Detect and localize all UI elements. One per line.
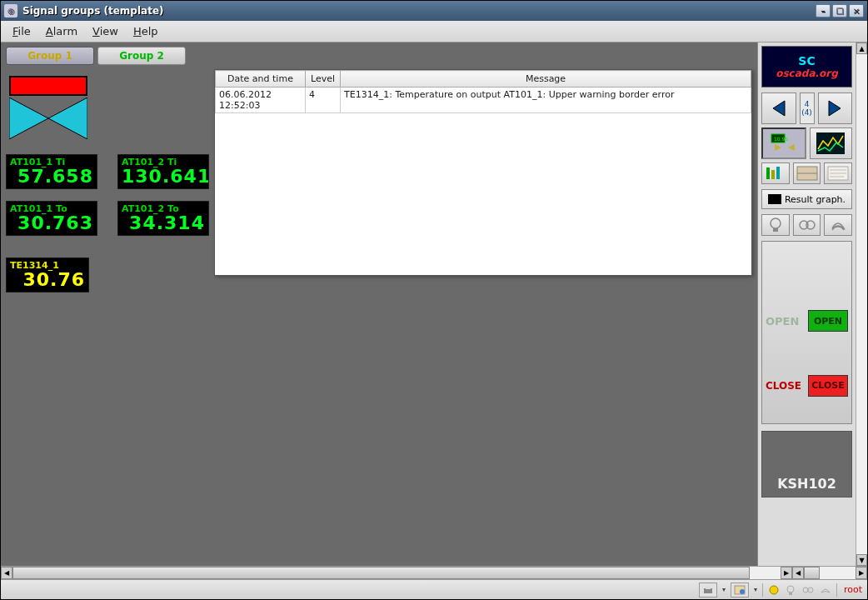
close-label: CLOSE — [766, 380, 801, 392]
scroll-down-icon[interactable]: ▼ — [856, 554, 867, 566]
valve-control-panel: OPEN OPEN CLOSE CLOSE — [761, 241, 852, 424]
scroll-left-icon[interactable]: ◀ — [1, 567, 12, 579]
open-button[interactable]: OPEN — [808, 310, 848, 332]
menu-view[interactable]: View — [86, 23, 125, 39]
signal-value: 30.763 — [10, 214, 93, 232]
signal-at101-1-ti[interactable]: AT101_1 Ti 57.658 — [6, 154, 97, 189]
svg-point-31 — [808, 588, 813, 592]
svg-point-28 — [787, 586, 794, 592]
status-bulb-icon — [785, 584, 796, 596]
svg-rect-20 — [773, 228, 778, 232]
signals-column: AT101_1 Ti 57.658 AT101_2 Ti 130.641 AT1… — [6, 69, 209, 561]
signal-value: 34.314 — [122, 214, 205, 232]
panel-btn-1[interactable] — [761, 162, 790, 184]
svg-rect-29 — [789, 592, 792, 595]
status-light-yellow-icon — [768, 584, 780, 596]
svg-point-27 — [770, 586, 778, 594]
signal-at101-2-ti[interactable]: AT101_2 Ti 130.641 — [117, 154, 209, 189]
titlebar: ◎ Signal groups (template) – ☐ ✕ — [1, 1, 867, 21]
svg-marker-6 — [775, 144, 781, 151]
table-row[interactable]: 06.06.2012 12:52:03 4 TE1314_1: Temperat… — [216, 88, 751, 113]
light-btn-2[interactable] — [793, 214, 821, 236]
app-window: ◎ Signal groups (template) – ☐ ✕ File Al… — [0, 0, 868, 600]
nav-next-button[interactable] — [818, 92, 853, 124]
svg-rect-9 — [766, 168, 770, 179]
svg-rect-18 — [768, 194, 781, 204]
cell-message: TE1314_1: Temperature on output AT101_1:… — [341, 88, 751, 113]
svg-rect-24 — [706, 586, 711, 589]
light-btn-3[interactable] — [824, 214, 852, 236]
menu-file[interactable]: File — [6, 23, 37, 39]
status-horn-icon — [820, 585, 831, 595]
signal-at101-1-to[interactable]: AT101_1 To 30.763 — [6, 201, 97, 236]
content-row: AT101_1 Ti 57.658 AT101_2 Ti 130.641 AT1… — [1, 69, 757, 566]
messages-column: Date and time Level Message 06.06.2012 1… — [214, 69, 752, 561]
col-datetime[interactable]: Date and time — [216, 71, 306, 88]
svg-marker-7 — [788, 144, 795, 151]
signal-te1314-1[interactable]: TE1314_1 30.76 — [6, 258, 89, 292]
svg-marker-3 — [829, 101, 841, 116]
col-message[interactable]: Message — [341, 71, 751, 88]
scroll-up-icon[interactable]: ▲ — [856, 42, 867, 54]
mode-graph-button[interactable] — [810, 128, 853, 159]
panel-btn-2[interactable] — [793, 162, 821, 184]
tab-group-2[interactable]: Group 2 — [97, 47, 186, 65]
signal-value: 130.641 — [122, 168, 205, 186]
svg-rect-10 — [771, 170, 775, 179]
window-title: Signal groups (template) — [22, 5, 816, 17]
export-icon[interactable] — [731, 582, 749, 598]
tab-group-1[interactable]: Group 1 — [6, 47, 94, 65]
mode-mnemo-button[interactable]: 10.95 — [761, 128, 806, 159]
scroll-right-icon[interactable]: ▶ — [781, 567, 792, 579]
svg-point-30 — [803, 588, 808, 592]
side-scroll-right-icon[interactable]: ▶ — [856, 567, 867, 579]
print-icon[interactable] — [699, 582, 717, 598]
signal-value: 57.658 — [10, 168, 93, 186]
svg-point-26 — [740, 589, 745, 594]
status-link-icon — [801, 585, 815, 595]
signal-at101-2-to[interactable]: AT101_2 To 34.314 — [117, 201, 209, 236]
light-btn-1[interactable] — [761, 214, 790, 236]
svg-marker-1 — [48, 98, 87, 139]
nav-prev-button[interactable] — [761, 92, 796, 124]
vertical-scrollbar[interactable]: ▲ ▼ — [856, 42, 867, 566]
menu-help[interactable]: Help — [127, 23, 165, 39]
menu-alarm[interactable]: Alarm — [39, 23, 84, 39]
svg-rect-11 — [776, 167, 780, 179]
panel-btn-3[interactable] — [824, 162, 852, 184]
close-button[interactable]: CLOSE — [808, 375, 848, 397]
app-icon: ◎ — [4, 4, 17, 18]
menu-bar: File Alarm View Help — [1, 21, 867, 42]
workspace: Group 1 Group 2 — [1, 42, 757, 566]
status-bar: ▾ ▾ root — [1, 579, 867, 599]
messages-table: Date and time Level Message 06.06.2012 1… — [214, 69, 752, 276]
status-user: root — [842, 584, 864, 595]
oscada-logo: SC oscada.org — [761, 46, 852, 88]
col-level[interactable]: Level — [306, 71, 341, 88]
close-window-button[interactable]: ✕ — [849, 4, 864, 18]
svg-text:10.95: 10.95 — [774, 136, 788, 142]
svg-rect-8 — [816, 132, 845, 154]
result-graph-button[interactable]: Result graph. — [761, 189, 852, 209]
alarm-indicator — [9, 76, 87, 96]
horizontal-scrollbar[interactable]: ◀ ▶ ◀ ▶ — [1, 566, 867, 579]
cell-datetime: 06.06.2012 12:52:03 — [216, 88, 306, 113]
open-label: OPEN — [766, 315, 799, 328]
nav-counter: 4 (4) — [800, 92, 815, 124]
group-tabs: Group 1 Group 2 — [1, 42, 757, 69]
valve-icon[interactable] — [9, 98, 87, 139]
cell-level: 4 — [306, 88, 341, 113]
main-layout: Group 1 Group 2 — [1, 42, 867, 566]
maximize-button[interactable]: ☐ — [832, 4, 847, 18]
svg-marker-2 — [773, 101, 785, 116]
svg-point-19 — [771, 218, 781, 228]
right-sidebar: SC oscada.org 4 (4) 10.95 — [757, 42, 856, 566]
svg-marker-0 — [9, 98, 48, 139]
device-name-panel: KSH102 — [761, 431, 852, 498]
signal-value: 30.76 — [10, 271, 85, 289]
minimize-button[interactable]: – — [816, 4, 831, 18]
side-scroll-left-icon[interactable]: ◀ — [792, 567, 804, 579]
